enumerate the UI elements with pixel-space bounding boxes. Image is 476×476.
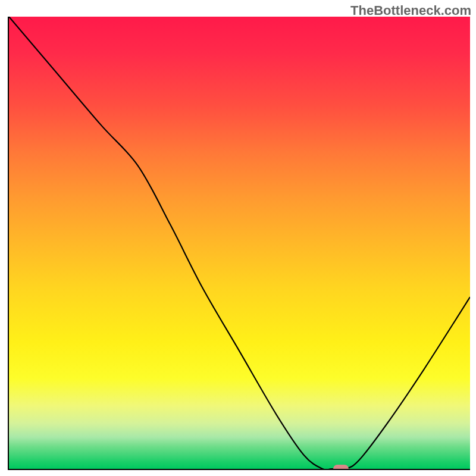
bottleneck-curve <box>9 17 470 469</box>
watermark-text: TheBottleneck.com <box>350 3 471 18</box>
optimal-marker <box>333 465 349 470</box>
chart-container: TheBottleneck.com <box>0 0 476 476</box>
curve-svg <box>9 17 470 469</box>
plot-area <box>8 17 470 470</box>
